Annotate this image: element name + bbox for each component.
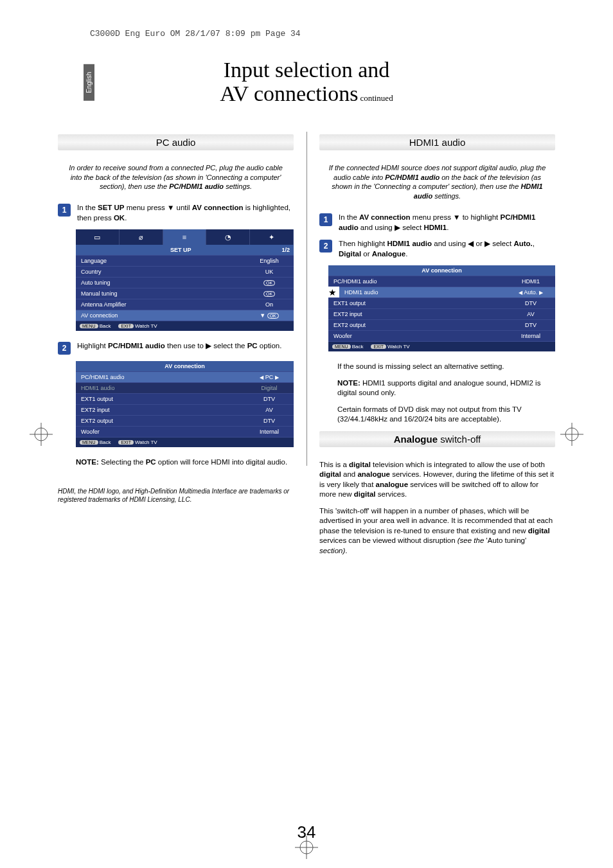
hdmi-audio-intro: If the connected HDMI source does not su… (324, 163, 550, 201)
crop-mark-header: C3000D Eng Euro OM 28/1/07 8:09 pm Page … (90, 29, 555, 39)
osd-row: CountryUK (76, 266, 294, 277)
osd-row-dim: HDMI1 audioDigital (76, 382, 294, 393)
osd-row-highlight: HDMI1 audio◀ Auto. ▶ (339, 287, 555, 297)
osd-tab-icon: ⌀ (120, 229, 163, 245)
analogue-p2: This 'switch-off' will happen in a numbe… (319, 506, 555, 556)
osd-tab-icon: ≡ (163, 229, 207, 245)
av-osd-hdmi: AV connection PC/HDMI1 audioHDMI1 ★ HDMI… (328, 265, 555, 351)
hdmi-audio-heading: HDMI1 audio (319, 134, 555, 150)
registration-mark-icon (295, 836, 318, 859)
osd-row: Auto tuningOK (76, 277, 294, 288)
osd-row: EXT2 inputAV (328, 308, 555, 319)
osd-footer: MENUBack EXITWatch TV (76, 321, 294, 331)
hdmi-trademark-footnote: HDMI, the HDMI logo, and High-Definition… (58, 487, 294, 504)
pc-audio-step-2-text: Highlight PC/HDMI1 audio then use to ▶ s… (77, 341, 294, 351)
pc-audio-note: NOTE: Selecting the PC option will force… (76, 457, 294, 468)
osd-row-highlight: PC/HDMI1 audio◀ PC ▶ (76, 371, 294, 382)
setup-osd: ▭ ⌀ ≡ ◔ ✦ SET UP 1/2 LanguageEnglish Cou… (76, 229, 294, 331)
osd-title: SET UP (170, 247, 191, 253)
osd-tab-bar: ▭ ⌀ ≡ ◔ ✦ (76, 229, 294, 245)
osd-row: EXT2 inputAV (76, 404, 294, 415)
osd-row: WooferInternal (76, 426, 294, 437)
osd-row: EXT1 outputDTV (76, 393, 294, 404)
osd-footer: MENUBack EXITWatch TV (328, 341, 555, 351)
hdmi-step-1-text: In the AV connection menu press ▼ to hig… (339, 213, 555, 233)
manual-page: C3000D Eng Euro OM 28/1/07 8:09 pm Page … (0, 0, 613, 868)
osd-row: EXT2 outputDTV (76, 415, 294, 426)
registration-mark-icon (30, 423, 53, 446)
osd-tab-icon: ◔ (206, 229, 250, 245)
osd-row: Manual tuningOK (76, 288, 294, 299)
title-line-1: Input selection and (224, 58, 390, 82)
hdmi-step-2-text: Then highlight HDMI1 audio and using ◀ o… (339, 239, 555, 259)
osd-row: LanguageEnglish (76, 255, 294, 266)
hdmi-note-3: Certain formats of DVD disk may not outp… (337, 405, 555, 425)
pc-audio-step-1: 1 In the SET UP menu press ▼ until AV co… (58, 203, 294, 223)
osd-page: 1/2 (281, 247, 290, 253)
pc-audio-heading: PC audio (58, 134, 294, 150)
title-suffix: continued (360, 93, 393, 103)
osd-row-highlight: AV connection▼ OK (76, 310, 294, 321)
hdmi-audio-step-2: 2 Then highlight HDMI1 audio and using ◀… (319, 239, 555, 259)
osd-row: WooferInternal (328, 330, 555, 341)
registration-mark-icon (560, 423, 583, 446)
hdmi-note-2: NOTE: HDMI1 supports digital and analogu… (337, 378, 555, 398)
osd-row: EXT2 outputDTV (328, 319, 555, 330)
av-osd-pc: AV connection PC/HDMI1 audio◀ PC ▶ HDMI1… (76, 361, 294, 447)
step-badge-1: 1 (58, 204, 71, 217)
osd-row: PC/HDMI1 audioHDMI1 (328, 276, 555, 287)
language-tab: English (84, 64, 94, 101)
pc-audio-intro: In order to receive sound from a connect… (63, 163, 289, 192)
title-line-2: AV connections (220, 82, 358, 105)
page-title: Input selection and AV connections conti… (58, 58, 555, 106)
hdmi-audio-step-1: 1 In the AV connection menu press ▼ to h… (319, 213, 555, 233)
osd-footer: MENUBack EXITWatch TV (76, 437, 294, 447)
analogue-p1: This is a digital television which is in… (319, 460, 555, 500)
pc-audio-step-1-text: In the SET UP menu press ▼ until AV conn… (77, 203, 294, 223)
osd-title-bar: AV connection (76, 361, 294, 371)
two-column-layout: PC audio In order to receive sound from … (58, 132, 555, 563)
step-badge-2: 2 (319, 240, 332, 252)
osd-tab-icon: ✦ (250, 229, 294, 245)
osd-title-bar: SET UP 1/2 (76, 245, 294, 255)
star-icon: ★ (328, 287, 337, 297)
osd-tab-icon: ▭ (76, 229, 120, 245)
osd-row: EXT1 outputDTV (328, 297, 555, 308)
right-column: HDMI1 audio If the connected HDMI source… (319, 132, 555, 563)
step-badge-2: 2 (58, 342, 71, 355)
pc-audio-step-2: 2 Highlight PC/HDMI1 audio then use to ▶… (58, 341, 294, 355)
osd-row: Antenna AmplifierOn (76, 299, 294, 310)
osd-title-bar: AV connection (328, 265, 555, 276)
hdmi-note-1: If the sound is missing select an altern… (337, 362, 555, 372)
left-column: PC audio In order to receive sound from … (58, 132, 294, 563)
analogue-heading: Analogue switch-off (319, 431, 555, 447)
step-badge-1: 1 (319, 213, 332, 226)
